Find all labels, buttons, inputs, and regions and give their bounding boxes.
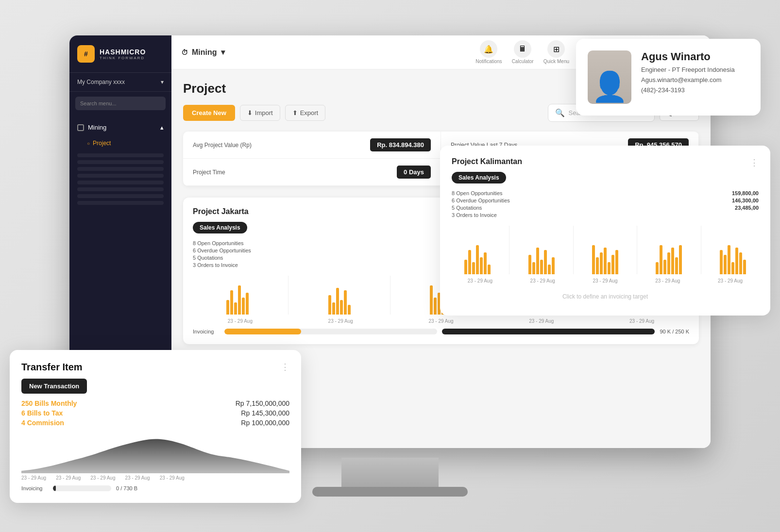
logo-main-text: HASHMICRO xyxy=(100,48,146,56)
stat-time-value: 0 Days xyxy=(397,166,431,179)
transfer-invoicing-label: Invoicing xyxy=(21,485,48,491)
transfer-item-1: 250 Bills Monthly Rp 7,150,000,000 xyxy=(21,399,289,407)
transfer-invoicing-row: Invoicing 0 / 730 B xyxy=(21,485,289,491)
transfer-value-1: Rp 7,150,000,000 xyxy=(236,399,289,407)
transfer-value-3: Rp 100,000,000 xyxy=(241,419,289,427)
kalimantan-sales-badge: Sales Analysis xyxy=(452,172,506,183)
sidebar-placeholder-2 xyxy=(77,160,164,164)
kali-stat-1: 8 Open Opportunities xyxy=(452,190,510,196)
kali-val-1: 159,800,00 xyxy=(732,190,759,196)
monitor-stand xyxy=(341,458,439,497)
transfer-invoicing-value: 0 / 730 B xyxy=(116,485,137,491)
sidebar-item-project-label: Project xyxy=(93,140,111,147)
stat-time-label: Project Time xyxy=(193,169,225,176)
profile-card: Agus Winarto Engineer - PT Freeport Indo… xyxy=(576,39,761,116)
transfer-date-labels: 23 - 29 Aug23 - 29 Aug23 - 29 Aug23 - 29… xyxy=(21,475,289,481)
stat-avg-value: Rp. 834.894.380 xyxy=(370,138,431,151)
kali-stat-2: 6 Overdue Opportunities xyxy=(452,198,510,203)
search-icon: 🔍 xyxy=(555,108,565,117)
sidebar-logo: # HASHMICRO THINK FORWARD xyxy=(69,35,171,73)
company-name: My Company xxxx xyxy=(77,79,125,85)
module-selector[interactable]: ⏱ Mining ▾ xyxy=(181,48,225,57)
profile-info: Agus Winarto Engineer - PT Freeport Indo… xyxy=(641,50,735,104)
jakarta-stat-4: 3 Orders to Invoice xyxy=(193,262,251,268)
logo-icon: # xyxy=(77,45,95,63)
transfer-invoicing-bar xyxy=(53,485,111,491)
transfer-invoicing-fill xyxy=(53,485,56,491)
transfer-title: Transfer Item xyxy=(21,362,83,373)
jakarta-stat-2: 6 Overdue Opportunities xyxy=(193,248,251,253)
sidebar-module-mining[interactable]: Mining ▴ xyxy=(69,119,171,136)
sidebar-placeholder-1 xyxy=(77,153,164,157)
module-label: Mining xyxy=(88,124,106,131)
transfer-area-chart xyxy=(21,434,289,473)
kalimantan-stats: 8 Open Opportunities 6 Overdue Opportuni… xyxy=(452,190,759,218)
nav-chevron-icon: ▾ xyxy=(221,48,225,57)
jakarta-sales-badge: Sales Analysis xyxy=(193,222,247,233)
jakarta-invoicing-fill xyxy=(224,329,301,334)
transfer-label-2: 6 Bills to Tax xyxy=(21,409,63,417)
new-transaction-button[interactable]: New Transaction xyxy=(21,379,87,394)
jakarta-invoicing-bar xyxy=(224,329,437,334)
jakarta-card-title: Project Jakarta xyxy=(193,207,249,216)
stat-avg-project-value: Avg Project Value (Rp) Rp. 834.894.380 xyxy=(183,132,441,159)
jakarta-invoicing-value: 90 K / 250 K xyxy=(660,329,689,334)
company-selector[interactable]: My Company xxxx ▾ xyxy=(69,73,171,92)
jakarta-stat-1: 8 Open Opportunities xyxy=(193,240,251,246)
transfer-value-2: Rp 145,300,000 xyxy=(241,409,289,417)
jakarta-stat-3: 5 Quotations xyxy=(193,255,251,261)
sidebar-module-section: Mining ▴ Project xyxy=(69,115,171,212)
kali-val-2: 146,300,00 xyxy=(732,198,759,203)
quick-menu-label: Quick Menu xyxy=(543,59,569,64)
chevron-down-icon: ▾ xyxy=(161,79,164,85)
jakarta-dark-fill xyxy=(442,329,655,334)
transfer-card-menu[interactable]: ⋮ xyxy=(281,362,289,372)
stat-avg-label: Avg Project Value (Rp) xyxy=(193,142,252,149)
import-icon: ⬇ xyxy=(247,109,253,116)
profile-avatar xyxy=(588,50,631,104)
nav-notifications[interactable]: 🔔 Notifications xyxy=(475,40,502,64)
jakarta-invoicing-row: Invoicing 90 K / 250 K xyxy=(193,329,689,334)
nav-module-name: Mining xyxy=(192,48,217,57)
kali-stat-3: 5 Quotations xyxy=(452,205,510,211)
chevron-up-icon: ▴ xyxy=(160,124,164,131)
kalimantan-date-labels: 23 - 29 Aug23 - 29 Aug23 - 29 Aug23 - 29… xyxy=(452,278,759,283)
profile-email: Agus.winarto@example.com xyxy=(641,76,735,83)
sidebar-placeholder-7 xyxy=(77,194,164,198)
transfer-label-3: 4 Commision xyxy=(21,419,64,427)
sidebar-placeholder-8 xyxy=(77,201,164,205)
nav-quick-menu[interactable]: ⊞ Quick Menu xyxy=(543,40,569,64)
calculator-icon: 🖩 xyxy=(514,40,531,58)
kali-stat-4: 3 Orders to Invoice xyxy=(452,212,510,218)
kalimantan-card-title: Project Kalimantan xyxy=(452,157,522,166)
export-button[interactable]: ⬆ Export xyxy=(285,105,326,121)
kalimantan-invoicing-hint[interactable]: Click to define an invoicing target xyxy=(452,289,759,304)
transfer-item-card: Transfer Item ⋮ New Transaction 250 Bill… xyxy=(10,350,301,503)
profile-title: Engineer - PT Freeport Indonesia xyxy=(641,66,735,73)
kali-val-3: 23,485,00 xyxy=(732,205,759,211)
kalimantan-card-menu[interactable]: ⋮ xyxy=(750,157,759,168)
sidebar-placeholder-4 xyxy=(77,174,164,178)
jakarta-date-labels: 23 - 29 Aug23 - 29 Aug23 - 29 Aug23 - 29… xyxy=(193,318,689,324)
sidebar-item-project[interactable]: Project xyxy=(69,136,171,150)
transfer-item-2: 6 Bills to Tax Rp 145,300,000 xyxy=(21,409,289,417)
create-new-button[interactable]: Create New xyxy=(183,105,235,121)
import-button[interactable]: ⬇ Import xyxy=(240,105,280,121)
logo-sub-text: THINK FORWARD xyxy=(100,56,146,60)
module-checkbox[interactable] xyxy=(77,124,84,131)
kalimantan-bar-chart xyxy=(452,226,759,274)
quick-menu-icon: ⊞ xyxy=(547,40,565,58)
project-kalimantan-card: Project Kalimantan ⋮ Sales Analysis 8 Op… xyxy=(440,146,770,316)
jakarta-invoicing-label: Invoicing xyxy=(193,329,220,334)
transfer-item-3: 4 Commision Rp 100,000,000 xyxy=(21,419,289,427)
sidebar-placeholder-6 xyxy=(77,187,164,191)
export-icon: ⬆ xyxy=(292,109,298,116)
transfer-items-list: 250 Bills Monthly Rp 7,150,000,000 6 Bil… xyxy=(21,399,289,427)
profile-name: Agus Winarto xyxy=(641,50,735,63)
transfer-label-1: 250 Bills Monthly xyxy=(21,399,77,407)
nav-calculator[interactable]: 🖩 Calculator xyxy=(512,40,534,64)
notification-icon: 🔔 xyxy=(480,40,497,58)
sidebar-search[interactable]: Search menu... xyxy=(75,97,166,110)
sidebar-placeholder-5 xyxy=(77,181,164,184)
stat-project-time: Project Time 0 Days xyxy=(183,159,441,186)
